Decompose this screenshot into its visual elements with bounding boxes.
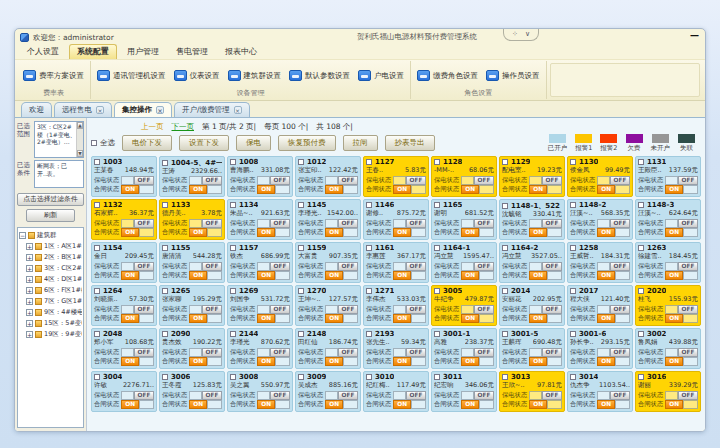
power-protect-toggle[interactable]: OFF xyxy=(529,176,562,185)
meter-card[interactable]: 3011 纪宏响 346.06元 保电状态 OFF 合闸状态 ON xyxy=(431,371,497,412)
power-protect-toggle[interactable]: OFF xyxy=(461,391,494,400)
meter-card[interactable]: 1004-5、4#一 王涛 2329.66.. 保电状态 OFF 合闸状态 ON xyxy=(159,156,225,197)
switch-state-toggle[interactable]: ON xyxy=(393,271,426,280)
expand-node-icon[interactable]: + xyxy=(26,276,33,283)
card-checkbox[interactable] xyxy=(434,202,440,208)
meter-card[interactable]: 1145 李瑾光.. 1542.00.. 保电状态 OFF 合闸状态 ON xyxy=(295,199,361,240)
switch-state-toggle[interactable]: ON xyxy=(597,400,630,409)
switch-state-toggle[interactable]: ON xyxy=(597,357,630,366)
meter-card[interactable]: 3001-6 孙长争.. 293.15元 保电状态 OFF 合闸状态 ON xyxy=(567,328,633,369)
switch-state-toggle[interactable]: ON xyxy=(529,185,562,194)
meter-card[interactable]: 1128 -MM-.. 68.06元 保电状态 OFF 合闸状态 ON xyxy=(431,156,497,197)
toolbar-button[interactable]: 恢复预付费 xyxy=(278,135,336,151)
ribbon-button[interactable]: 建筑群设置 xyxy=(228,70,282,81)
switch-state-toggle[interactable]: ON xyxy=(189,357,222,366)
power-protect-toggle[interactable]: OFF xyxy=(529,305,562,314)
switch-state-toggle[interactable]: ON xyxy=(189,228,222,237)
menu-item[interactable]: 用户管理 xyxy=(120,45,166,59)
switch-state-toggle[interactable]: ON xyxy=(665,357,698,366)
card-checkbox[interactable] xyxy=(94,374,100,380)
refresh-button[interactable]: 刷新 xyxy=(26,209,74,222)
power-protect-toggle[interactable]: OFF xyxy=(461,348,494,357)
meter-card[interactable]: 3009 吴成杰 885.16元 保电状态 OFF 合闸状态 ON xyxy=(295,371,361,412)
switch-state-toggle[interactable]: ON xyxy=(597,271,630,280)
power-protect-toggle[interactable]: OFF xyxy=(121,305,154,314)
card-checkbox[interactable] xyxy=(366,331,372,337)
card-checkbox[interactable] xyxy=(502,331,508,337)
switch-state-toggle[interactable]: ON xyxy=(529,228,562,237)
ribbon-button[interactable]: 操作员设置 xyxy=(486,70,540,81)
card-checkbox[interactable] xyxy=(570,159,576,165)
selected-range-box[interactable]: 3区：C区2#楼（1#变电、2#变电）… ▲ ▼ xyxy=(34,121,84,158)
card-checkbox[interactable] xyxy=(94,245,100,251)
power-protect-toggle[interactable]: OFF xyxy=(121,176,154,185)
switch-state-toggle[interactable]: ON xyxy=(325,400,358,409)
power-protect-toggle[interactable]: OFF xyxy=(325,262,358,271)
expand-node-icon[interactable]: + xyxy=(26,254,33,261)
tree-item[interactable]: + 4区：D区1#楼 xyxy=(19,274,82,285)
card-checkbox[interactable] xyxy=(298,288,304,294)
switch-state-toggle[interactable]: ON xyxy=(529,314,562,323)
ribbon-button[interactable]: 缴费角色设置 xyxy=(417,70,478,81)
tab-close-icon[interactable]: × xyxy=(234,106,242,114)
meter-card[interactable]: 1258 王威哲.. 184.31元 保电状态 OFF 合闸状态 ON xyxy=(567,242,633,283)
card-checkbox[interactable] xyxy=(638,331,644,337)
power-protect-toggle[interactable]: OFF xyxy=(257,176,290,185)
meter-card[interactable]: 1127 王春.. 5.83元 保电状态 OFF 合闸状态 ON xyxy=(363,156,429,197)
card-checkbox[interactable] xyxy=(366,288,372,294)
card-checkbox[interactable] xyxy=(638,202,644,208)
switch-state-toggle[interactable]: ON xyxy=(393,228,426,237)
meter-card[interactable]: 3013 王欣~.. 97.81元 保电状态 OFF 合闸状态 ON xyxy=(499,371,565,412)
meter-card[interactable]: 1148-1、522 沈毓铭 330.41元 保电状态 OFF 合闸状态 ON xyxy=(499,199,565,240)
card-checkbox[interactable] xyxy=(298,159,304,165)
power-protect-toggle[interactable]: OFF xyxy=(325,348,358,357)
power-protect-toggle[interactable]: OFF xyxy=(189,305,222,314)
tree-item[interactable]: + 3区：C区2#楼 xyxy=(19,263,82,274)
switch-state-toggle[interactable]: ON xyxy=(257,185,290,194)
select-all[interactable]: 全选 xyxy=(91,138,115,148)
card-checkbox[interactable] xyxy=(570,202,576,208)
switch-state-toggle[interactable]: ON xyxy=(121,314,154,323)
menu-item[interactable]: 报表中心 xyxy=(218,45,264,59)
card-checkbox[interactable] xyxy=(366,159,372,165)
meter-card[interactable]: 1134 朱品~.. 921.63元 保电状态 OFF 合闸状态 ON xyxy=(227,199,293,240)
tree-item[interactable]: + 19区：9#变电 xyxy=(19,329,82,340)
power-protect-toggle[interactable]: OFF xyxy=(257,219,290,228)
switch-state-toggle[interactable]: ON xyxy=(257,400,290,409)
power-protect-toggle[interactable]: OFF xyxy=(665,219,698,228)
card-checkbox[interactable] xyxy=(434,288,440,294)
power-protect-toggle[interactable]: OFF xyxy=(257,262,290,271)
meter-card[interactable]: 2048 郑小军 108.68元 保电状态 OFF 合闸状态 ON xyxy=(91,328,157,369)
meter-card[interactable]: 1264 刘晓振.. 57.30元 保电状态 OFF 合闸状态 ON xyxy=(91,285,157,326)
switch-state-toggle[interactable]: ON xyxy=(189,314,222,323)
card-checkbox[interactable] xyxy=(230,288,236,294)
power-protect-toggle[interactable]: OFF xyxy=(529,391,562,400)
power-protect-toggle[interactable]: OFF xyxy=(665,348,698,357)
expand-node-icon[interactable]: + xyxy=(26,298,33,305)
document-tab[interactable]: 集控操作 × xyxy=(114,102,172,117)
power-protect-toggle[interactable]: OFF xyxy=(393,348,426,357)
power-protect-toggle[interactable]: OFF xyxy=(529,219,562,228)
meter-card[interactable]: 3006 王冬霞 125.83元 保电状态 OFF 合闸状态 ON xyxy=(159,371,225,412)
meter-card[interactable]: 1157 铁杰 686.99元 保电状态 OFF 合闸状态 ON xyxy=(227,242,293,283)
card-checkbox[interactable] xyxy=(230,331,236,337)
meter-card[interactable]: 1270 王坤~.. 127.57元 保电状态 OFF 合闸状态 ON xyxy=(295,285,361,326)
card-checkbox[interactable] xyxy=(298,374,304,380)
meter-card[interactable]: 3002 鲁凤娟 439.88元 保电状态 OFF 合闸状态 ON xyxy=(635,328,701,369)
collapse-node-icon[interactable]: − xyxy=(19,232,26,239)
switch-state-toggle[interactable]: ON xyxy=(121,357,154,366)
power-protect-toggle[interactable]: OFF xyxy=(529,348,562,357)
meter-card[interactable]: 3014 仇杰争 1103.54.. 保电状态 OFF 合闸状态 ON xyxy=(567,371,633,412)
meter-card[interactable]: 3008 吴之翼 550.97元 保电状态 OFF 合闸状态 ON xyxy=(227,371,293,412)
power-protect-toggle[interactable]: OFF xyxy=(597,219,630,228)
minimize-icon[interactable]: — xyxy=(690,30,699,40)
restore-icon[interactable]: ⁘ xyxy=(512,30,518,38)
ribbon-button[interactable]: 默认参数设置 xyxy=(289,70,350,81)
scroll-down-icon[interactable]: ▼ xyxy=(77,150,83,157)
switch-state-toggle[interactable]: ON xyxy=(529,400,562,409)
tree-root[interactable]: − 建筑群 xyxy=(19,230,82,241)
meter-card[interactable]: 2017 程大侠 121.40元 保电状态 OFF 合闸状态 ON xyxy=(567,285,633,326)
power-protect-toggle[interactable]: OFF xyxy=(325,176,358,185)
power-protect-toggle[interactable]: OFF xyxy=(393,219,426,228)
meter-card[interactable]: 2014 安丽花 202.95元 保电状态 OFF 合闸状态 ON xyxy=(499,285,565,326)
